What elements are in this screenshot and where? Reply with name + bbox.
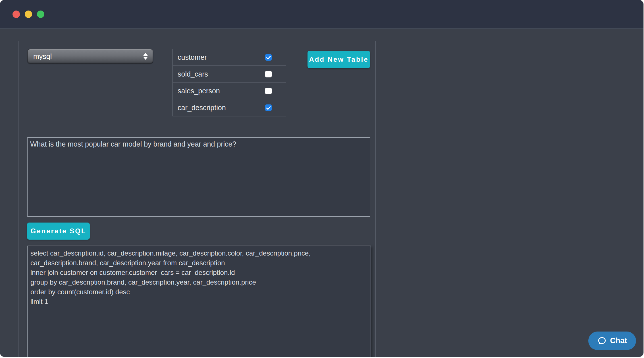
sql-output[interactable]: select car_description.id, car_descripti…	[27, 246, 371, 357]
chevron-down-icon	[143, 57, 148, 60]
minimize-button[interactable]	[25, 11, 32, 18]
table-name-label: sales_person	[178, 87, 220, 95]
table-row-car-description: car_description	[173, 99, 286, 116]
database-select-value: mysql	[33, 52, 52, 61]
zoom-button[interactable]	[37, 11, 44, 18]
question-input[interactable]: What is the most popular car model by br…	[27, 137, 370, 217]
titlebar	[0, 0, 643, 29]
app-window: mysql customer sold_cars sales_person	[0, 0, 643, 357]
generate-sql-button[interactable]: Generate SQL	[27, 223, 90, 240]
chevron-up-down-icon	[143, 53, 148, 60]
add-new-table-button[interactable]: Add New Table	[308, 51, 370, 68]
table-checkbox-car-description[interactable]	[265, 104, 272, 111]
table-row-sales-person: sales_person	[173, 83, 286, 99]
database-select[interactable]: mysql	[27, 49, 153, 64]
table-checkbox-customer[interactable]	[265, 54, 272, 61]
table-name-label: sold_cars	[178, 70, 208, 78]
close-button[interactable]	[13, 11, 20, 18]
chat-label: Chat	[610, 336, 627, 345]
table-checkbox-sales-person[interactable]	[265, 88, 272, 94]
chat-button[interactable]: Chat	[588, 332, 636, 350]
table-name-label: car_description	[178, 104, 226, 112]
chat-bubble-icon	[597, 336, 606, 345]
table-row-customer: customer	[173, 49, 286, 66]
chevron-up-icon	[143, 53, 148, 56]
app-content: mysql customer sold_cars sales_person	[0, 29, 643, 356]
table-checkbox-sold-cars[interactable]	[265, 71, 272, 77]
table-name-label: customer	[178, 53, 207, 61]
main-panel: mysql customer sold_cars sales_person	[18, 41, 376, 357]
table-list: customer sold_cars sales_person car_desc…	[173, 49, 286, 116]
table-row-sold-cars: sold_cars	[173, 66, 286, 83]
